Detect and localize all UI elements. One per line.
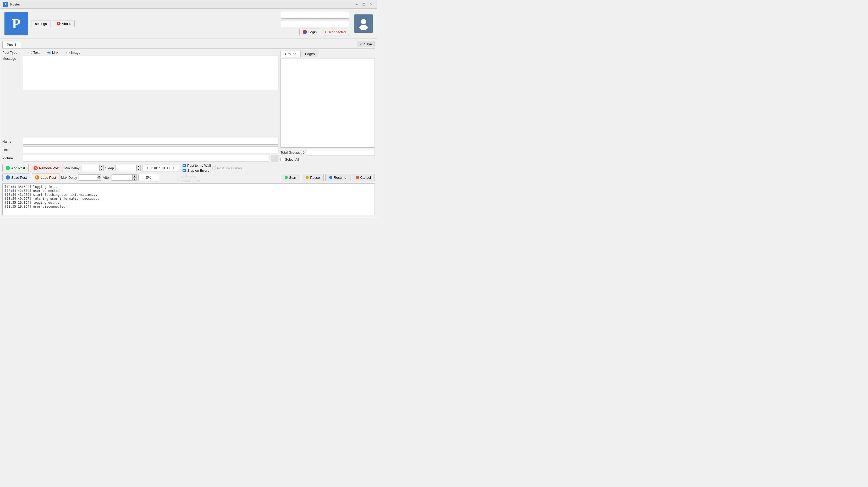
remove-post-label: Remove Post <box>39 166 59 170</box>
post-to-wall-label: Post to my Wall <box>187 164 211 168</box>
after-input[interactable]: 30 posts <box>112 174 132 180</box>
app-icon: P <box>3 2 8 7</box>
log-line: [18:54:42:674] user connected <box>5 189 372 193</box>
check-icon: ✓ <box>360 42 363 46</box>
bottom-toolbar: + Add Post ✕ Remove Post Min Delay 180 s… <box>2 164 375 172</box>
settings-label: settings <box>35 22 47 26</box>
log-line: [18:55:19:864] logging out... <box>5 201 372 204</box>
link-label: Link <box>2 148 21 152</box>
post-like-human-item[interactable]: Post like Human <box>212 166 242 170</box>
resume-icon <box>329 176 332 179</box>
pause-label: Pause <box>310 176 320 179</box>
pause-icon <box>306 176 309 179</box>
sleep-down[interactable]: ▼ <box>136 168 141 171</box>
after-down[interactable]: ▼ <box>132 177 137 180</box>
max-delay-up[interactable]: ▲ <box>97 174 101 177</box>
action-buttons: Start Pause Resume Cancel <box>281 174 375 181</box>
picture-label: Picture <box>2 156 21 160</box>
remove-post-icon: ✕ <box>33 166 38 170</box>
name-row: Name <box>2 138 278 145</box>
post-left: Post Type Text Link Image <box>2 51 278 162</box>
min-delay-up[interactable]: ▲ <box>99 165 104 168</box>
radio-text[interactable]: Text <box>29 51 39 55</box>
cancel-button[interactable]: Cancel <box>352 174 375 181</box>
resume-button[interactable]: Resume <box>325 174 350 181</box>
post-to-wall-item[interactable]: Post to my Wall <box>183 164 211 168</box>
stop-on-errors-item[interactable]: Stop on Errors <box>183 169 211 172</box>
min-delay-input[interactable]: 180 s <box>81 165 99 171</box>
cancel-icon <box>356 176 359 179</box>
load-post-label: Load Post <box>40 176 56 179</box>
add-post-label: Add Post <box>11 166 25 170</box>
sleep-label: Sleep <box>105 166 114 170</box>
picture-input[interactable] <box>23 155 269 162</box>
select-all-checkbox[interactable] <box>280 158 284 161</box>
login-button[interactable]: 👤 Login <box>299 29 320 35</box>
radio-link[interactable]: Link <box>48 51 58 55</box>
post-area: Post Type Text Link Image <box>2 51 375 162</box>
about-button[interactable]: i About <box>53 20 75 27</box>
radio-text-input[interactable] <box>29 51 32 54</box>
pause-button[interactable]: Pause <box>302 174 324 181</box>
sleep-input[interactable]: 1200 s <box>116 165 136 171</box>
radio-link-input[interactable] <box>48 51 51 54</box>
browse-icon: ... <box>274 156 276 160</box>
name-input[interactable] <box>23 138 278 145</box>
radio-image-input[interactable] <box>66 51 70 54</box>
pages-tab[interactable]: Pages <box>301 51 319 57</box>
minimize-button[interactable]: − <box>353 2 360 7</box>
avatar-icon <box>357 17 370 30</box>
save-button[interactable]: ✓ Save <box>357 41 375 47</box>
save-post-label: Save Post <box>11 176 27 179</box>
post-right: Groups Pages Total Groups : 0 Select All <box>280 51 375 162</box>
post-type-radio-group: Text Link Image <box>29 51 81 55</box>
max-delay-down[interactable]: ▼ <box>97 177 101 180</box>
user-avatar <box>354 15 373 33</box>
svg-point-1 <box>359 25 368 30</box>
load-post-button[interactable]: ↻ Load Post <box>32 173 59 181</box>
about-label: About <box>62 22 71 26</box>
add-post-button[interactable]: + Add Post <box>2 164 29 172</box>
sleep-spinner: 1200 s ▲ ▼ <box>116 165 141 171</box>
min-delay-down[interactable]: ▼ <box>99 168 104 171</box>
picture-row: Picture ... <box>2 155 278 162</box>
groups-tab[interactable]: Groups <box>280 51 301 57</box>
start-button[interactable]: Start <box>281 174 300 181</box>
post-type-label: Post Type <box>2 51 21 55</box>
start-label: Start <box>289 176 296 179</box>
message-area: Message <box>2 56 278 136</box>
main-content: Post 1 ✓ Save Post Type Text <box>0 39 377 217</box>
message-textarea[interactable] <box>23 56 278 90</box>
stop-on-errors-label: Stop on Errors <box>187 169 209 172</box>
link-input[interactable] <box>23 146 278 153</box>
tab-bar: Post 1 ✓ Save <box>2 41 375 49</box>
max-delay-input[interactable]: 300 s <box>79 174 97 180</box>
settings-button[interactable]: settings <box>31 20 51 27</box>
min-delay-label: Min Delay <box>64 166 80 170</box>
groups-footer: Total Groups : 0 Select All <box>280 149 375 162</box>
tab-post-1[interactable]: Post 1 <box>2 41 21 48</box>
save-post-button[interactable]: ↓ Save Post <box>2 173 30 181</box>
header-actions: 👤 Login Disconnected <box>299 29 349 35</box>
browse-button[interactable]: ... <box>271 155 278 162</box>
after-up[interactable]: ▲ <box>132 174 137 177</box>
app-logo: P <box>4 12 28 35</box>
post-to-wall-checkbox[interactable] <box>183 164 186 167</box>
group-search-input[interactable] <box>307 149 375 155</box>
password-input[interactable] <box>281 20 349 27</box>
post-like-human-checkbox[interactable] <box>212 167 216 170</box>
svg-point-0 <box>361 19 366 24</box>
sleep-up[interactable]: ▲ <box>136 165 141 168</box>
disconnected-button[interactable]: Disconnected <box>322 29 349 35</box>
name-label: Name <box>2 139 21 143</box>
stop-on-errors-checkbox[interactable] <box>183 169 186 172</box>
close-button[interactable]: ✕ <box>368 2 374 7</box>
window-title: Poster <box>10 2 353 6</box>
log-line: [18:55:19:864] user disconnected <box>5 205 372 208</box>
header-nav: settings i About <box>31 20 278 27</box>
remove-post-button[interactable]: ✕ Remove Post <box>30 164 63 172</box>
maximize-button[interactable]: □ <box>361 2 367 7</box>
radio-image[interactable]: Image <box>66 51 81 55</box>
username-input[interactable] <box>281 12 349 19</box>
delay-section: Min Delay 180 s ▲ ▼ Sleep 1200 s ▲ ▼ <box>64 165 141 171</box>
